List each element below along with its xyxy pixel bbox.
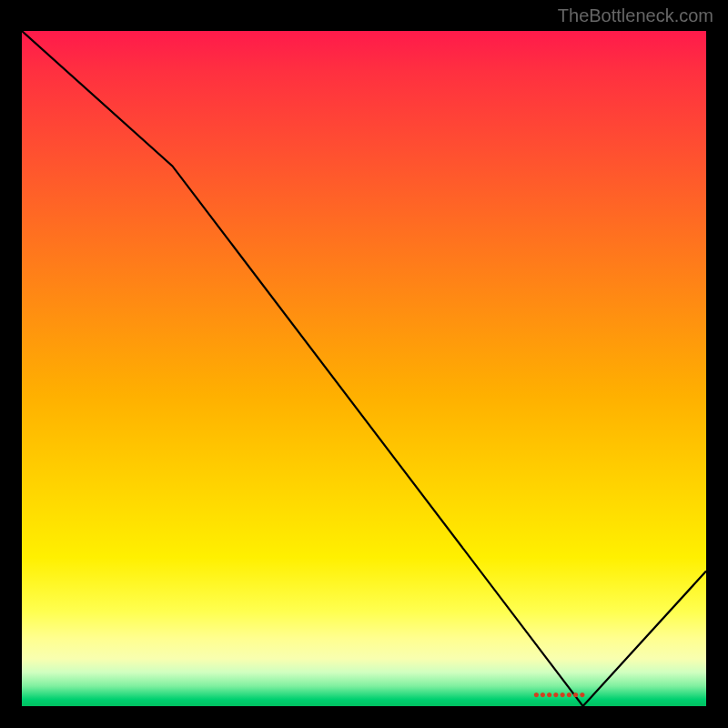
attribution-text: TheBottleneck.com — [558, 5, 713, 26]
minimum-marker: ●●●●●●●● — [533, 688, 586, 701]
series-line — [22, 31, 706, 706]
chart-plot-area: ●●●●●●●● — [18, 31, 710, 710]
chart-line-layer — [22, 31, 706, 706]
